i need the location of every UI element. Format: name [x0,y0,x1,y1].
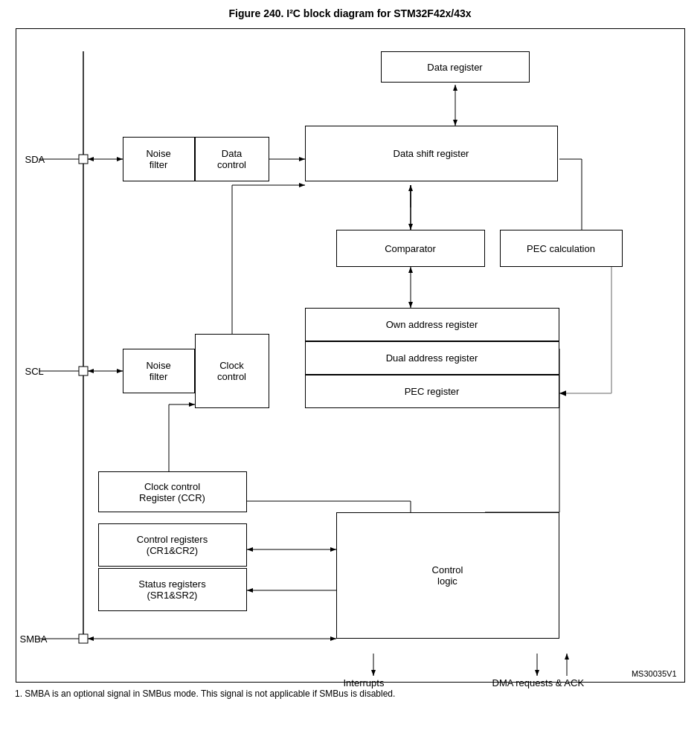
data-register-box: Data register [381,51,530,83]
data-control-box: Data control [195,137,269,181]
svg-rect-20 [79,367,88,375]
diagram-container: SDA SCL SMBA Data register Data shift re… [16,28,685,683]
pec-register-box: PEC register [305,375,559,408]
page-title: Figure 240. I²C block diagram for STM32F… [15,7,685,19]
dual-address-register-box: Dual address register [305,341,559,375]
interrupts-label: Interrupts [344,677,385,688]
status-registers-box: Status registers (SR1&SR2) [98,568,247,611]
smba-label: SMBA [20,633,48,645]
svg-rect-37 [79,634,88,643]
own-address-register-box: Own address register [305,308,559,341]
pec-calculation-box: PEC calculation [500,230,623,267]
control-logic-box: Control logic [336,512,559,639]
dma-label: DMA requests & ACK [492,677,585,688]
svg-rect-5 [79,155,88,164]
comparator-box: Comparator [336,230,485,267]
clock-control-box: Clock control [195,334,269,408]
noise-filter-sda-box: Noise filter [123,137,195,181]
noise-filter-scl-box: Noise filter [123,349,195,393]
ms-code: MS30035V1 [632,669,677,678]
clock-control-register-box: Clock control Register (CCR) [98,471,247,512]
control-registers-box: Control registers (CR1&CR2) [98,523,247,567]
data-shift-register-box: Data shift register [305,126,558,181]
footnote: 1. SMBA is an optional signal in SMBus m… [15,688,685,699]
scl-label: SCL [25,366,44,377]
sda-label: SDA [25,154,45,165]
